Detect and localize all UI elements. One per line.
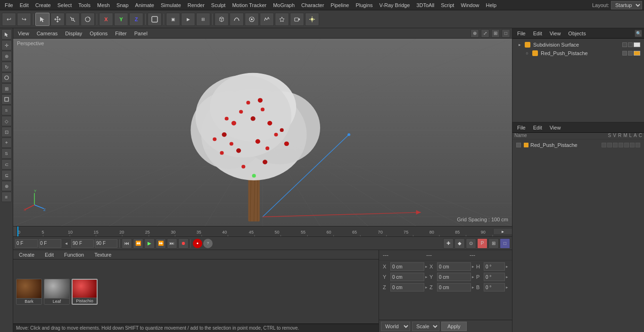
obj-view-btn[interactable]: View [547,30,564,37]
undo-btn[interactable]: ↩ [2,13,16,26]
vp-icon1[interactable]: ⊕ [471,29,479,38]
pb-multi-btn[interactable]: ⊞ [488,238,499,249]
tree-expand-icon[interactable]: ▸ [516,41,523,48]
layer-dot-7[interactable] [636,143,640,147]
mat-function-btn[interactable]: Function [61,251,87,258]
cube-btn[interactable] [215,13,229,26]
axis-y-btn[interactable]: Y [114,13,128,26]
move-tool-btn[interactable] [50,13,65,26]
subdiv-vis-dot[interactable] [622,42,627,47]
pb-add-key-btn[interactable]: ✚ [443,238,454,249]
pb-keyframe-btn[interactable]: ◆ [454,238,465,249]
obj-objects-btn[interactable]: Objects [565,30,588,37]
coord-size-x-input[interactable] [437,262,471,271]
menu-character[interactable]: Character [298,1,327,9]
menu-render[interactable]: Render [185,1,207,9]
mat-create-btn[interactable]: Create [16,251,37,258]
mat-texture-btn[interactable]: Texture [91,251,114,258]
left-tool6-btn[interactable]: ⊞ [1,83,12,94]
layer-dot-5[interactable] [624,143,629,147]
vp-icon3[interactable]: ⊞ [491,29,500,38]
pb-skip-start-btn[interactable]: ⏮ [122,238,132,249]
left-tool16-btn[interactable]: ≡ [1,192,12,202]
left-rotate-btn[interactable]: ↻ [1,62,12,72]
playback-end-field[interactable] [71,239,94,248]
mat-edit-btn[interactable]: Edit [42,251,57,258]
playback-end2-field[interactable] [95,239,117,248]
left-tool10-btn[interactable]: ⊡ [1,127,12,137]
left-tool7-btn[interactable] [1,94,12,105]
menu-plugins[interactable]: Plugins [353,1,375,9]
pb-pose-btn[interactable]: P [477,238,487,249]
menu-motion-tracker[interactable]: Motion Tracker [229,1,269,9]
material-leaf[interactable]: Leaf [44,279,70,305]
material-bark[interactable]: Bark [16,279,42,305]
left-tool9-btn[interactable]: ◇ [1,116,12,126]
coord-p-input[interactable] [484,273,505,281]
pb-skip-end-btn[interactable]: ⏭ [167,238,177,249]
red-push-color-swatch[interactable] [634,51,640,56]
menu-mesh[interactable]: Mesh [94,1,113,9]
menu-pipeline[interactable]: Pipeline [328,1,352,9]
vp-icon4[interactable]: □ [502,29,510,38]
viewport[interactable]: Perspective Y X Z Grid Spacing : 100 cm [13,39,512,226]
world-select[interactable]: World Object [381,322,410,331]
tree-item-red-push[interactable]: ○ Red_Push_Pistache [514,49,642,57]
menu-window[interactable]: Window [458,1,482,9]
left-tool15-btn[interactable]: ⊕ [1,181,12,191]
layer-file-btn[interactable]: File [514,124,528,131]
coord-z-input[interactable] [390,283,424,292]
spline-btn[interactable] [230,13,244,26]
coord-size-y-input[interactable] [437,273,471,281]
menu-sculpt[interactable]: Sculpt [208,1,229,9]
menu-snap[interactable]: Snap [114,1,132,9]
left-tool5-btn[interactable] [1,73,12,83]
playback-start-field[interactable] [15,239,38,248]
menu-create[interactable]: Create [33,1,54,9]
redo-btn[interactable]: ↪ [17,13,31,26]
coord-y-input[interactable] [390,273,424,281]
left-select-btn[interactable] [1,29,12,40]
layer-edit-btn[interactable]: Edit [530,124,545,131]
menu-help[interactable]: Help [483,1,500,9]
red-push-render-dot[interactable] [628,51,633,56]
vp-menu-cameras[interactable]: Cameras [34,30,61,37]
menu-animate[interactable]: Animate [132,1,157,9]
pb-layout-btn[interactable]: □ [500,238,510,249]
pb-play-btn[interactable]: ▶ [144,238,155,249]
material-pistachio[interactable]: Pistachio [72,279,98,305]
rotate-tool-btn[interactable] [81,13,95,26]
scale-tool-btn[interactable] [66,13,80,26]
pb-step-back-btn[interactable]: ⏪ [133,238,143,249]
red-push-vis-dot[interactable] [622,51,627,56]
coord-x-input[interactable] [390,262,424,271]
pb-record-btn[interactable]: ⏺ [178,238,189,249]
subdiv-render-dot[interactable] [628,42,633,47]
scale-select[interactable]: Scale Size [412,322,439,331]
layer-item-red-push[interactable]: Red_Push_Pistache [514,141,642,149]
coord-h-input[interactable] [484,262,505,271]
layer-dot-6[interactable] [630,143,635,147]
playback-current-field[interactable] [39,239,61,248]
obj-file-btn[interactable]: File [514,30,528,37]
layer-dot-3[interactable] [613,143,618,147]
render-view-btn[interactable]: ▶ [181,13,195,26]
layer-view-btn[interactable]: View [547,124,564,131]
menu-file[interactable]: File [2,1,16,9]
menu-edit[interactable]: Edit [17,1,32,9]
axis-x-btn[interactable]: X [99,13,113,26]
render-active-btn[interactable]: ⊞ [196,13,210,26]
left-scale-btn[interactable]: ⊕ [1,51,12,61]
coord-size-z-input[interactable] [437,283,471,292]
layer-dot-4[interactable] [619,143,623,147]
menu-tools[interactable]: Tools [75,1,93,9]
pb-record2-btn[interactable]: ● [193,239,202,248]
menu-simulate[interactable]: Simulate [158,1,184,9]
subdiv-color-swatch[interactable] [634,42,640,47]
render-region-btn[interactable]: ▣ [166,13,180,26]
left-tool13-btn[interactable]: ⊂ [1,159,12,170]
tree-item-subdiv[interactable]: ▸ Subdivision Surface [514,40,642,49]
vp-menu-display[interactable]: Display [62,30,85,37]
layer-expand[interactable] [516,143,521,147]
layer-dot-1[interactable] [602,143,606,147]
